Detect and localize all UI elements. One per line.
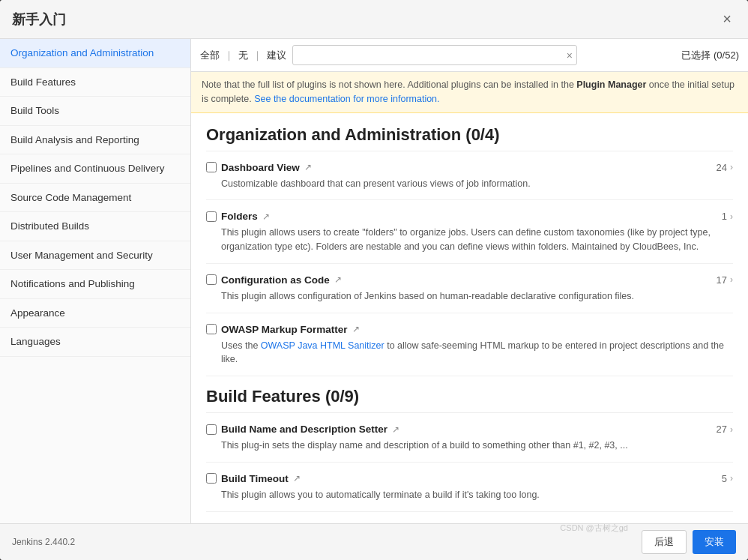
count-value: 24	[717, 162, 727, 173]
plugin-name-dashboard-view: Dashboard View	[221, 162, 300, 173]
sidebar-item-appearance[interactable]: Appearance	[0, 299, 190, 328]
sidebar-item-distributed[interactable]: Distributed Builds	[0, 212, 190, 241]
plugin-title-row: Build Timeout ↗ 5 ›	[206, 473, 733, 484]
plugin-title-left: OWASP Markup Formatter ↗	[206, 324, 360, 335]
plugin-count-folders: 1 ›	[722, 211, 733, 222]
sidebar-item-build-analysis[interactable]: Build Analysis and Reporting	[0, 126, 190, 155]
sidebar-item-languages[interactable]: Languages	[0, 328, 190, 357]
notice-bar: Note that the full list of plugins is no…	[191, 72, 748, 113]
plugin-desc-build-name-setter: This plug-in sets the display name and d…	[221, 439, 733, 453]
plugin-title-row: Dashboard View ↗ 24 ›	[206, 162, 733, 173]
section-build-features: Build Features (0/9) Build Name and Desc…	[206, 387, 733, 512]
plugin-desc-config-as-code: This plugin allows configuration of Jenk…	[221, 289, 733, 304]
filter-links: 全部 ｜ 无 ｜ 建议	[200, 49, 286, 62]
plugin-title-left: Build Name and Description Setter ↗	[206, 424, 399, 435]
modal-footer: Jenkins 2.440.2 后退 安装	[0, 523, 748, 560]
external-link-icon-build-name-setter[interactable]: ↗	[392, 424, 399, 435]
plugin-title-left: Dashboard View ↗	[206, 162, 312, 173]
plugin-count-build-name-setter: 27 ›	[717, 424, 733, 435]
sidebar-item-org-admin[interactable]: Organization and Administration	[0, 39, 190, 68]
modal-header: 新手入门 ×	[0, 0, 748, 39]
count-value: 27	[717, 424, 727, 435]
sidebar-item-pipelines[interactable]: Pipelines and Continuous Delivery	[0, 154, 190, 184]
sidebar-item-notifications[interactable]: Notifications and Publishing	[0, 270, 190, 299]
external-link-icon-folders[interactable]: ↗	[262, 211, 270, 222]
plugin-desc-folders: This plugin allows users to create "fold…	[221, 226, 733, 254]
plugin-owasp: OWASP Markup Formatter ↗ Uses the OWASP …	[206, 324, 733, 377]
footer-version: Jenkins 2.440.2	[12, 537, 75, 547]
count-value: 5	[722, 473, 727, 484]
doc-link[interactable]: See the documentation for more informati…	[254, 94, 439, 104]
external-link-icon-config-as-code[interactable]: ↗	[334, 274, 342, 285]
content-area: Organization and Administration (0/4) Da…	[191, 113, 748, 524]
plugin-build-name-setter: Build Name and Description Setter ↗ 27 ›…	[206, 424, 733, 463]
plugin-checkbox-config-as-code[interactable]	[206, 274, 217, 285]
plugin-checkbox-build-timeout[interactable]	[206, 473, 217, 484]
plugin-folders: Folders ↗ 1 › This plugin allows users t…	[206, 211, 733, 264]
sidebar-item-build-tools[interactable]: Build Tools	[0, 97, 190, 126]
filter-suggest[interactable]: 建议	[267, 49, 286, 62]
external-link-icon-owasp[interactable]: ↗	[352, 324, 360, 334]
sidebar: Organization and AdministrationBuild Fea…	[0, 39, 191, 523]
footer-buttons: 后退 安装	[642, 530, 736, 554]
plugin-checkbox-owasp[interactable]	[206, 324, 217, 334]
notice-text-before: Note that the full list of plugins is no…	[202, 79, 576, 90]
selected-count: 已选择 (0/52)	[681, 49, 739, 62]
plugin-name-build-timeout: Build Timeout	[221, 473, 289, 484]
filter-none[interactable]: 无	[238, 49, 248, 62]
filter-all[interactable]: 全部	[200, 49, 220, 62]
external-link-icon-build-timeout[interactable]: ↗	[293, 473, 301, 484]
section-org-admin: Organization and Administration (0/4) Da…	[206, 125, 733, 377]
plugin-manager-link[interactable]: Plugin Manager	[576, 79, 646, 90]
close-button[interactable]: ×	[718, 9, 736, 29]
sidebar-item-source-code[interactable]: Source Code Management	[0, 184, 190, 213]
owasp-sanitizer-link[interactable]: OWASP Java HTML Sanitizer	[261, 340, 384, 351]
install-button[interactable]: 安装	[693, 530, 736, 554]
plugin-checkbox-dashboard-view[interactable]	[206, 162, 217, 172]
plugin-title-row: Configuration as Code ↗ 17 ›	[206, 274, 733, 286]
plugin-desc-build-timeout: This plugin allows you to automatically …	[221, 488, 733, 502]
chevron-icon: ›	[730, 162, 733, 172]
watermark: CSDN @古树之gd	[560, 523, 628, 534]
back-button[interactable]: 后退	[642, 530, 687, 554]
chevron-icon: ›	[730, 424, 733, 435]
plugin-checkbox-folders[interactable]	[206, 211, 217, 222]
plugin-desc-owasp: Uses the OWASP Java HTML Sanitizer to al…	[221, 339, 733, 367]
chevron-icon: ›	[730, 211, 733, 222]
plugin-title-left: Build Timeout ↗	[206, 473, 301, 484]
external-link-icon-dashboard-view[interactable]: ↗	[304, 162, 312, 172]
plugin-name-owasp: OWASP Markup Formatter	[221, 324, 348, 335]
filter-sep-2: ｜	[253, 49, 262, 62]
modal-title: 新手入门	[12, 10, 66, 28]
plugin-name-folders: Folders	[221, 211, 258, 222]
section-org-admin-title: Organization and Administration (0/4)	[206, 125, 733, 151]
setup-wizard-modal: 新手入门 × Organization and AdministrationBu…	[0, 0, 748, 560]
plugin-checkbox-build-name-setter[interactable]	[206, 424, 217, 435]
count-value: 1	[722, 211, 727, 222]
plugin-count-config-as-code: 17 ›	[717, 274, 733, 286]
plugin-title-row: OWASP Markup Formatter ↗	[206, 324, 733, 335]
section-build-features-title: Build Features (0/9)	[206, 387, 733, 413]
filter-bar: 全部 ｜ 无 ｜ 建议 × 已选择 (0/52)	[191, 39, 748, 72]
search-input[interactable]	[292, 45, 577, 65]
plugin-dashboard-view: Dashboard View ↗ 24 › Customizable dashb…	[206, 162, 733, 201]
plugin-name-build-name-setter: Build Name and Description Setter	[221, 424, 387, 435]
modal-body: Organization and AdministrationBuild Fea…	[0, 39, 748, 523]
search-box: ×	[292, 45, 577, 65]
plugin-title-row: Build Name and Description Setter ↗ 27 ›	[206, 424, 733, 435]
plugin-title-left: Configuration as Code ↗	[206, 274, 342, 286]
plugin-name-config-as-code: Configuration as Code	[221, 274, 330, 286]
plugin-title-row: Folders ↗ 1 ›	[206, 211, 733, 222]
main-content: 全部 ｜ 无 ｜ 建议 × 已选择 (0/52) Note that the f…	[191, 39, 748, 523]
sidebar-item-build-features[interactable]: Build Features	[0, 68, 190, 97]
count-value: 17	[717, 274, 727, 286]
filter-sep-1: ｜	[224, 49, 234, 62]
sidebar-item-user-mgmt[interactable]: User Management and Security	[0, 241, 190, 271]
plugin-desc-dashboard-view: Customizable dashboard that can present …	[221, 177, 733, 191]
plugin-count-build-timeout: 5 ›	[722, 473, 733, 484]
plugin-title-left: Folders ↗	[206, 211, 270, 222]
search-clear-button[interactable]: ×	[567, 49, 573, 61]
chevron-icon: ›	[730, 473, 733, 484]
plugin-count-dashboard-view: 24 ›	[717, 162, 733, 173]
plugin-build-timeout: Build Timeout ↗ 5 › This plugin allows y…	[206, 473, 733, 512]
